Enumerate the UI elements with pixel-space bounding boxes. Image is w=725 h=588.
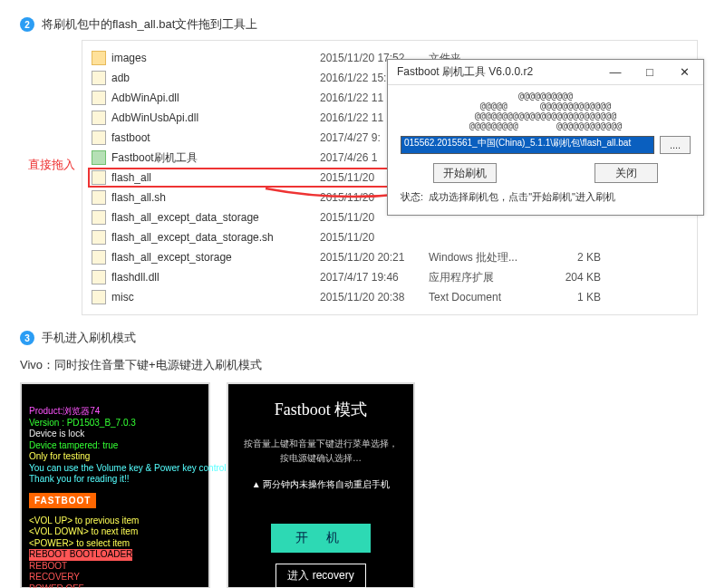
- step-2-text: 将刷机包中的flash_all.bat文件拖到工具上: [42, 16, 257, 33]
- file-row-flash_all_except_storage[interactable]: flash_all_except_storage2015/11/20 20:21…: [92, 247, 688, 267]
- package-path-input[interactable]: 015562.2015561_中国(China)_5.1.1\刷机包\flash…: [401, 136, 654, 154]
- browse-button[interactable]: ....: [660, 136, 691, 154]
- phone-fastboot-mode-screen: Fastboot 模式 按音量上键和音量下键进行菜单选择， 按电源键确认选择… …: [227, 382, 415, 588]
- file-icon: [92, 250, 106, 265]
- file-date: 2015/11/20 20:21: [320, 251, 429, 264]
- maximize-button[interactable]: □: [636, 65, 663, 79]
- file-icon: [92, 91, 106, 105]
- file-type: 应用程序扩展: [429, 270, 546, 285]
- file-name: AdbWinApi.dll: [111, 92, 320, 104]
- file-type: Windows 批处理...: [429, 250, 546, 265]
- file-name: Fastboot刷机工具: [111, 150, 320, 166]
- file-icon: [92, 130, 106, 145]
- file-name: AdbWinUsbApi.dll: [111, 111, 320, 124]
- file-date: 2015/11/20 20:38: [320, 291, 429, 304]
- file-icon: [92, 290, 106, 304]
- file-size: 2 KB: [546, 251, 601, 264]
- file-icon: [92, 270, 106, 284]
- file-name: adb: [111, 72, 320, 84]
- file-icon: [92, 150, 106, 165]
- file-name: fastboot: [111, 131, 320, 144]
- vivo-instruction: Vivo：同时按住音量下键+电源键进入刷机模式: [20, 357, 725, 373]
- file-type: Text Document: [429, 291, 546, 304]
- ascii-logo: @@@@@@@@@@ @@@@@ @@@@@@@@@@@@@ @@@@@@@@@…: [401, 91, 691, 130]
- file-name: misc: [111, 291, 320, 304]
- drag-hint-label: 直接拖入: [28, 157, 75, 173]
- step-2-header: 2 将刷机包中的flash_all.bat文件拖到工具上: [20, 16, 725, 33]
- file-row-misc[interactable]: misc2015/11/20 20:38Text Document1 KB: [92, 287, 688, 307]
- auto-reboot-warning: ▲ 两分钟内未操作将自动重启手机: [228, 478, 413, 491]
- file-icon: [92, 71, 106, 85]
- file-icon: [92, 170, 106, 185]
- step-3-text: 手机进入刷机模式: [42, 330, 136, 346]
- file-name: flash_all_except_storage: [111, 251, 320, 264]
- window-titlebar: Fastboot 刷机工具 V6.0.0.r2 — □ ✕: [388, 60, 703, 85]
- file-name: images: [111, 52, 320, 64]
- file-name: flashdll.dll: [111, 271, 320, 284]
- step-2-bullet: 2: [20, 17, 34, 32]
- step-3-header: 3 手机进入刷机模式: [20, 330, 725, 346]
- file-date: 2017/4/17 19:46: [320, 271, 429, 284]
- file-icon: [92, 111, 106, 125]
- file-name: flash_all: [111, 171, 320, 184]
- fastboot-tool-window: Fastboot 刷机工具 V6.0.0.r2 — □ ✕ @@@@@@@@@@…: [387, 59, 704, 216]
- file-date: 2015/11/20: [320, 231, 429, 244]
- file-name: flash_all_except_data_storage: [111, 211, 320, 224]
- file-name: flash_all.sh: [111, 191, 320, 204]
- window-title: Fastboot 刷机工具 V6.0.0.r2: [397, 64, 533, 80]
- fastboot-mode-title: Fastboot 模式: [228, 399, 413, 420]
- start-flash-button[interactable]: 开始刷机: [433, 163, 497, 183]
- file-size: 1 KB: [546, 291, 601, 304]
- fastboot-logo: FASTBOOT: [29, 493, 96, 508]
- status-line: 状态: 成功选择刷机包，点击"开始刷机"进入刷机: [401, 190, 691, 204]
- close-button[interactable]: 关闭: [594, 163, 658, 183]
- close-x-button[interactable]: ✕: [671, 65, 698, 79]
- minimize-button[interactable]: —: [602, 65, 629, 79]
- file-row-flashdll.dll[interactable]: flashdll.dll2017/4/17 19:46应用程序扩展204 KB: [92, 267, 688, 287]
- folder-icon: [92, 51, 106, 65]
- enter-recovery-button[interactable]: 进入 recovery: [276, 564, 365, 588]
- file-icon: [92, 230, 106, 245]
- file-name: flash_all_except_data_storage.sh: [111, 231, 320, 244]
- file-icon: [92, 210, 106, 225]
- phone-bootloader-screen: Product:浏览器74 Version : PD1503_B_7.0.3 D…: [20, 382, 210, 588]
- file-icon: [92, 190, 106, 205]
- phone-screenshots: Product:浏览器74 Version : PD1503_B_7.0.3 D…: [20, 382, 725, 588]
- power-on-button[interactable]: 开 机: [271, 524, 371, 553]
- file-explorer: 直接拖入 images2015/11/20 17:52文件夹adb2016/1/…: [82, 40, 698, 315]
- step-3-bullet: 3: [20, 331, 34, 345]
- file-size: 204 KB: [546, 271, 601, 284]
- file-row-flash_all_except_data_storage.sh[interactable]: flash_all_except_data_storage.sh2015/11/…: [92, 227, 688, 247]
